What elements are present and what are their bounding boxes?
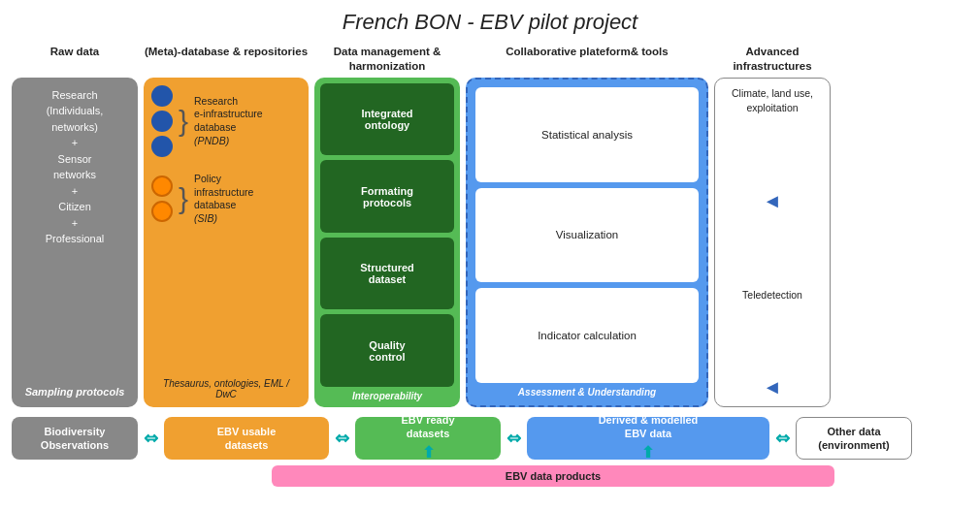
- meta-policy-row: } Policyinfrastructuredatabase(SIB): [151, 173, 301, 226]
- circle-blue-3: [151, 136, 173, 157]
- bb-collab: Derived & modelledEBV data ⬆: [527, 417, 769, 460]
- arrow-1: ⇔: [144, 428, 158, 449]
- bb-dm-label: EBV readydatasets ⬆: [401, 413, 454, 462]
- collab-up-arrow: ⬆: [641, 443, 654, 463]
- title-italic: pilot: [529, 10, 568, 34]
- bb-collab-label: Derived & modelledEBV data ⬆: [599, 413, 699, 462]
- circle-orange-1: [151, 175, 173, 197]
- collab-footer: Assessment & Understanding: [475, 387, 699, 398]
- bb-dm: EBV readydatasets ⬆: [355, 417, 501, 460]
- meta-research-italic: (PNDB): [194, 135, 229, 146]
- collab-item-visualization: Visualization: [475, 188, 699, 283]
- title-text: French BON - EBV: [343, 10, 529, 34]
- main-container: French BON - EBV pilot project Raw data …: [0, 0, 980, 510]
- col-meta: } Researche-infrastructuredatabase(PNDB)…: [144, 78, 309, 407]
- collab-item-statistical: Statistical analysis: [475, 87, 699, 182]
- circles-group-blue: [151, 85, 173, 157]
- adv-arrow-left2: ◄: [723, 376, 822, 398]
- page-title: French BON - EBV pilot project: [12, 10, 968, 35]
- bottom-row: BiodiversityObservations ⇔ EBV usabledat…: [12, 417, 968, 460]
- meta-items: } Researche-infrastructuredatabase(PNDB)…: [151, 85, 301, 374]
- column-headers: Raw data (Meta)-database & repositories …: [12, 45, 968, 74]
- ebv-products-row: EBV data products: [12, 465, 968, 487]
- ebv-products-bar: EBV data products: [272, 465, 834, 487]
- header-meta: (Meta)-database & repositories: [144, 45, 309, 74]
- dm-box: Integratedontology Formatingprotocols St…: [314, 78, 460, 407]
- bb-meta-label: EBV usabledatasets: [217, 425, 277, 453]
- header-adv: Advanced infrastructures: [714, 45, 831, 74]
- adv-text-bottom: Teledetection: [723, 289, 822, 301]
- bb-raw-label: BiodiversityObservations: [41, 425, 109, 453]
- adv-box: Climate, land use, exploitation ◄ Telede…: [714, 78, 831, 407]
- dm-item-formating: Formatingprotocols: [320, 160, 454, 233]
- circle-blue-1: [151, 85, 173, 107]
- bb-adv: Other data(environment): [796, 417, 912, 460]
- col-raw: Research(Individuals,networks)+Sensornet…: [12, 78, 138, 407]
- raw-box: Research(Individuals,networks)+Sensornet…: [12, 78, 138, 407]
- bracket-policy: }: [179, 184, 188, 213]
- dm-item-ontology: Integratedontology: [320, 83, 454, 156]
- col-collab: Statistical analysis Visualization Indic…: [466, 78, 708, 407]
- header-collab: Collaborative plateform& tools: [466, 45, 708, 74]
- dm-item-quality: Qualitycontrol: [320, 314, 454, 387]
- circle-blue-2: [151, 111, 173, 132]
- header-dm: Data management & harmonization: [314, 45, 460, 74]
- collab-item-indicator: Indicator calculation: [475, 288, 699, 383]
- meta-box: } Researche-infrastructuredatabase(PNDB)…: [144, 78, 309, 407]
- title-text2: project: [568, 10, 637, 34]
- collab-items: Statistical analysis Visualization Indic…: [475, 87, 699, 383]
- arrow-3: ⇔: [506, 428, 521, 449]
- circles-group-orange: [151, 175, 173, 222]
- bracket-research: }: [179, 107, 188, 136]
- raw-main-text: Research(Individuals,networks)+Sensornet…: [19, 87, 130, 247]
- dm-items: Integratedontology Formatingprotocols St…: [320, 83, 454, 387]
- meta-footer: Thesaurus, ontologies, EML / DwC: [151, 378, 301, 399]
- adv-text-top: Climate, land use, exploitation: [723, 86, 822, 114]
- meta-research-text: Researche-infrastructuredatabase(PNDB): [194, 95, 263, 148]
- bb-adv-label: Other data(environment): [818, 425, 889, 453]
- meta-policy-text: Policyinfrastructuredatabase(SIB): [194, 173, 253, 226]
- arrow-2: ⇔: [335, 428, 349, 449]
- circle-orange-2: [151, 201, 173, 222]
- collab-box: Statistical analysis Visualization Indic…: [466, 78, 708, 407]
- header-raw: Raw data: [12, 45, 138, 74]
- bb-raw: BiodiversityObservations: [12, 417, 138, 460]
- bb-meta: EBV usabledatasets: [164, 417, 329, 460]
- raw-protocols: Sampling protocols: [19, 386, 130, 398]
- meta-research-row: } Researche-infrastructuredatabase(PNDB): [151, 85, 301, 157]
- dm-item-structured: Structureddataset: [320, 238, 454, 310]
- meta-policy-italic: (SIB): [194, 212, 217, 224]
- columns-area: Research(Individuals,networks)+Sensornet…: [12, 78, 968, 407]
- col-dm: Integratedontology Formatingprotocols St…: [314, 78, 460, 407]
- adv-arrow-left: ◄: [723, 190, 822, 212]
- col-adv: Climate, land use, exploitation ◄ Telede…: [714, 78, 831, 407]
- arrow-4: ⇔: [775, 428, 790, 449]
- dm-footer: Interoperability: [320, 391, 454, 401]
- dm-up-arrow: ⬆: [422, 443, 435, 463]
